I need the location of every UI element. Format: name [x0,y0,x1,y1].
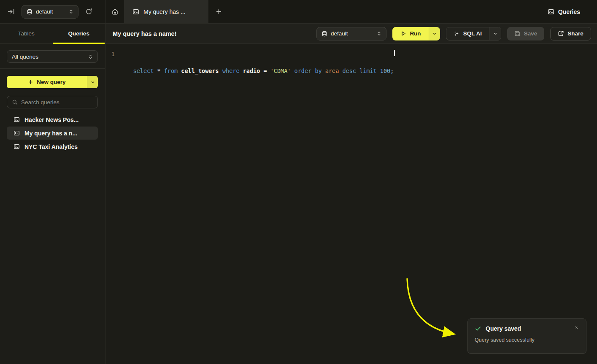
topbar-database-value: default [36,8,65,15]
topbar-database-selector[interactable]: default [22,5,78,19]
query-filter-value: All queries [12,54,84,60]
topbar-left: default [0,0,105,23]
topbar: default My query has ... [0,0,597,24]
toast-close-button[interactable] [573,324,580,332]
close-icon [574,325,579,330]
run-button[interactable]: Run [392,27,429,40]
check-icon [475,325,481,332]
query-list-item[interactable]: My query has a n... [7,127,98,140]
editor-database-value: default [331,30,373,37]
search-queries-input[interactable] [21,99,93,105]
sql-token: area [325,67,343,74]
sql-token: cell_towers [181,67,222,74]
toast-message: Query saved successfully [475,337,580,343]
query-list: Hacker News Pos... My query has a n... N… [7,113,98,153]
sql-token: order by [294,67,325,74]
database-icon [27,9,32,15]
line-number: 1 [105,50,115,75]
sql-ai-options-button[interactable] [489,27,501,40]
editor-database-selector[interactable]: default [316,27,386,40]
new-tab-button[interactable] [208,0,229,23]
toast-title: Query saved [486,325,569,332]
home-button[interactable] [105,0,124,23]
queries-indicator-label: Queries [558,8,580,15]
tab-label: My query has ... [143,8,186,15]
save-button[interactable]: Save [507,27,544,40]
sidebar-tab-label: Tables [18,30,35,37]
updown-chevron-icon [376,31,382,36]
sql-ai-button-group: SQL AI [446,27,501,40]
query-filter-select[interactable]: All queries [7,50,98,63]
terminal-icon [14,143,20,150]
updown-chevron-icon [68,9,74,14]
toast-header: Query saved [475,324,580,332]
share-label: Share [567,30,583,37]
page-title: My query has a name! [113,30,316,37]
updown-chevron-icon [88,54,93,59]
sql-code-line: select * from cell_towers where radio = … [119,50,394,75]
sql-token: where [222,67,243,74]
sql-token: select [133,67,157,74]
tab-strip: My query has ... [105,0,548,23]
sidebar-tabs: Tables Queries [0,24,105,44]
toast-query-saved: Query saved Query saved successfully [467,318,586,354]
sql-token: from [164,67,181,74]
chevron-down-icon [90,80,95,85]
text-cursor [394,50,395,56]
sidebar-tab[interactable]: Queries [53,24,105,43]
sidebar-divider [0,68,105,69]
query-item-label: Hacker News Pos... [24,116,78,123]
query-item-label: NYC Taxi Analytics [24,143,78,150]
play-icon [400,30,406,37]
editor-toolbar: default Run SQL A [316,27,591,40]
new-query-button[interactable]: New query [7,76,87,88]
query-item-label: My query has a n... [24,130,77,137]
sql-token: 100; [380,67,394,74]
search-box [7,96,98,108]
sparkles-icon [454,30,460,37]
home-icon [111,8,119,15]
new-query-button-group: New query [7,76,98,88]
tab-my-query[interactable]: My query has ... [124,0,208,23]
share-button[interactable]: Share [550,27,591,40]
share-icon [558,30,564,37]
sql-ai-button[interactable]: SQL AI [446,27,489,40]
query-list-item[interactable]: NYC Taxi Analytics [7,140,98,153]
topbar-queries-indicator: Queries [548,8,597,15]
save-icon [514,30,521,37]
query-list-item[interactable]: Hacker News Pos... [7,113,98,126]
run-button-group: Run [392,27,440,40]
terminal-icon [132,8,139,15]
terminal-icon [14,130,20,136]
sql-ai-label: SQL AI [463,30,482,37]
collapse-sidebar-icon [8,8,15,15]
run-options-button[interactable] [429,27,440,40]
refresh-icon [85,8,92,15]
new-query-options-button[interactable] [87,76,98,88]
sidebar-tab[interactable]: Tables [0,24,53,43]
terminal-icon [14,116,20,123]
plus-icon [216,8,222,15]
editor-header: My query has a name! default Run [105,24,597,44]
collapse-sidebar-button[interactable] [7,7,16,16]
terminal-icon [548,8,554,15]
new-query-label: New query [37,79,65,85]
run-label: Run [410,30,421,37]
refresh-button[interactable] [84,7,93,16]
save-label: Save [524,30,538,37]
code-row: 1 select * from cell_towers where radio … [105,44,597,75]
sidebar: Tables Queries All queries New query [0,24,105,364]
sql-token: 'CDMA' [270,67,294,74]
plus-icon [28,79,33,85]
sql-editor[interactable]: 1 select * from cell_towers where radio … [105,44,597,364]
sql-token: radio [243,67,264,74]
chevron-down-icon [493,31,498,36]
sidebar-tab-label: Queries [68,30,89,37]
sql-token: * [157,67,164,74]
database-icon [321,31,327,37]
chevron-down-icon [432,31,437,36]
sql-token: desc [342,67,359,74]
sql-token: = [263,67,270,74]
sql-token: limit [359,67,380,74]
search-icon [12,99,18,105]
